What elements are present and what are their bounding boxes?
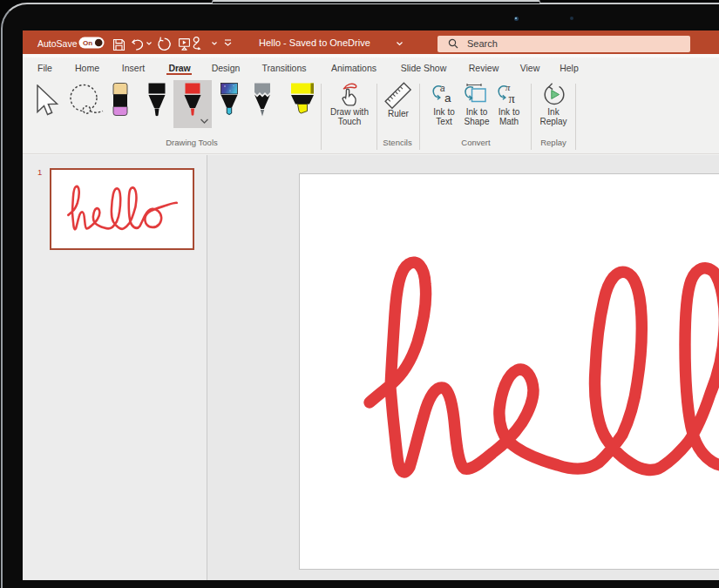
svg-text:a: a — [444, 91, 451, 105]
svg-text:π: π — [509, 91, 516, 105]
svg-text:On: On — [83, 39, 92, 47]
